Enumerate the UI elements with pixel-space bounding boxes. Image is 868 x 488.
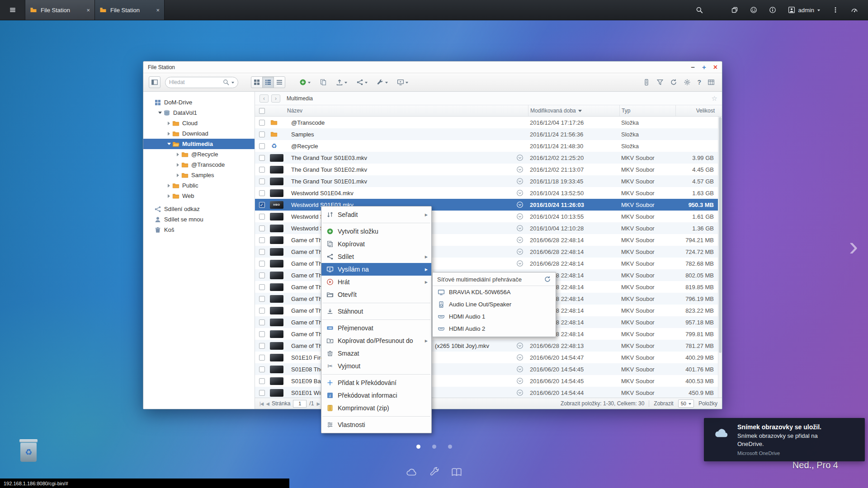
refresh-icon[interactable] xyxy=(670,79,677,86)
row-actions-icon[interactable] xyxy=(516,166,524,173)
row-checkbox[interactable] xyxy=(259,167,265,173)
tab-close-icon[interactable]: × xyxy=(86,7,90,13)
row-actions-icon[interactable] xyxy=(516,154,524,161)
column-header-type[interactable]: Typ xyxy=(619,105,675,116)
row-checkbox[interactable] xyxy=(259,378,265,384)
context-menu-item-kop-rovat[interactable]: Kopírovat xyxy=(321,238,431,250)
page-size-select[interactable]: 50 xyxy=(678,399,694,408)
row-checkbox[interactable] xyxy=(259,284,265,290)
row-actions-icon[interactable] xyxy=(516,236,524,244)
favorite-star-icon[interactable]: ☆ xyxy=(712,94,717,103)
row-checkbox[interactable] xyxy=(259,366,265,372)
row-checkbox[interactable] xyxy=(259,143,265,149)
expander-icon[interactable] xyxy=(175,174,181,177)
guide-icon[interactable] xyxy=(451,466,462,478)
cast-device-bravia-kdl-50w656a[interactable]: BRAVIA KDL-50W656A xyxy=(433,286,556,298)
table-row[interactable]: The Grand Tour S01E02.mkv2016/12/02 21:1… xyxy=(255,164,722,175)
next-desktop-arrow[interactable]: › xyxy=(849,233,858,260)
row-checkbox[interactable] xyxy=(259,237,265,243)
row-actions-icon[interactable] xyxy=(516,377,524,385)
refresh-icon[interactable] xyxy=(544,276,551,283)
context-menu-item-p-idat-k-p-ek-dov-n[interactable]: Přidat k Překódování xyxy=(321,376,431,389)
context-menu-item-hr-t[interactable]: Hrát▶ xyxy=(321,276,431,288)
row-checkbox[interactable] xyxy=(259,120,265,126)
settings-icon[interactable] xyxy=(684,79,691,86)
share-button[interactable] xyxy=(354,76,370,88)
cast-device-hdmi-audio-2[interactable]: HDMI Audio 2 xyxy=(433,323,556,335)
page-dot-1[interactable] xyxy=(416,445,420,449)
table-row[interactable]: @Transcode2016/12/04 17:17:26Složka xyxy=(255,117,722,128)
context-menu-item-vytvo-it-slo-ku[interactable]: Vytvořit složku xyxy=(321,225,431,238)
row-actions-icon[interactable] xyxy=(516,260,524,267)
row-checkbox[interactable]: ✓ xyxy=(259,202,265,208)
column-header-size[interactable]: Velikost xyxy=(675,105,722,116)
cast-device-hdmi-audio-1[interactable]: HDMI Audio 1 xyxy=(433,310,556,323)
help-icon[interactable]: ? xyxy=(697,79,701,86)
context-menu-item-se-adit[interactable]: Seřadit▶ xyxy=(321,208,431,221)
expander-icon[interactable] xyxy=(166,132,172,136)
minimize-button[interactable]: − xyxy=(691,64,695,70)
table-row[interactable]: ♻@Recycle2016/11/24 21:48:30Složka xyxy=(255,140,722,152)
row-checkbox[interactable] xyxy=(259,225,265,231)
row-checkbox[interactable] xyxy=(259,308,265,314)
expander-icon[interactable] xyxy=(166,184,172,188)
context-menu-item-st-hnout[interactable]: Stáhnout xyxy=(321,305,431,318)
context-menu-item-smazat[interactable]: Smazat xyxy=(321,347,431,360)
row-checkbox[interactable] xyxy=(259,331,265,337)
remote-control-icon[interactable] xyxy=(643,79,650,86)
context-menu-item-p-ejmenovat[interactable]: ABPřejmenovat xyxy=(321,322,431,334)
page-dot-2[interactable] xyxy=(432,445,436,449)
notifications-icon[interactable] xyxy=(750,6,757,14)
filter-icon[interactable] xyxy=(656,79,664,86)
table-row[interactable]: The Grand Tour S01E01.mkv2016/11/18 19:3… xyxy=(255,175,722,187)
next-page-button[interactable]: ▶ xyxy=(316,401,320,406)
toggle-sidebar-button[interactable] xyxy=(149,76,160,88)
tab-close-icon[interactable]: × xyxy=(156,7,160,13)
row-checkbox[interactable] xyxy=(259,343,265,349)
row-actions-icon[interactable] xyxy=(516,213,524,220)
row-actions-icon[interactable] xyxy=(516,225,524,232)
context-menu-item-otev-t[interactable]: Otevřít xyxy=(321,288,431,301)
table-row[interactable]: Westworld S01E04.mkv2016/10/24 13:52:50M… xyxy=(255,187,722,199)
thumbnail-view-button[interactable] xyxy=(251,76,263,88)
background-tasks-icon[interactable] xyxy=(731,6,738,14)
context-menu-item-vys-l-m-na[interactable]: Vysílám na▶ xyxy=(321,263,431,276)
sidebar-item-multimedia[interactable]: Multimedia xyxy=(143,139,255,149)
page-input[interactable] xyxy=(293,400,307,408)
row-actions-icon[interactable] xyxy=(516,354,524,361)
row-actions-icon[interactable] xyxy=(516,366,524,373)
column-header-name[interactable]: Název xyxy=(285,105,516,116)
back-button[interactable]: ‹ xyxy=(259,94,269,103)
select-all-checkbox[interactable] xyxy=(259,108,265,114)
scrollbar[interactable] xyxy=(718,117,722,398)
breadcrumb-path[interactable]: Multimedia xyxy=(287,95,313,102)
row-checkbox[interactable] xyxy=(259,190,265,196)
cast-button[interactable] xyxy=(395,76,410,88)
search-icon[interactable] xyxy=(222,79,230,86)
cast-device-audio-line-out-speaker[interactable]: Audio Line Out/Speaker xyxy=(433,298,556,310)
search-options-icon[interactable] xyxy=(231,82,234,85)
sidebar-item-web[interactable]: Web xyxy=(143,191,255,201)
row-checkbox[interactable] xyxy=(259,296,265,302)
myqnapcloud-icon[interactable] xyxy=(406,466,417,478)
row-checkbox[interactable] xyxy=(259,390,265,396)
expander-icon[interactable] xyxy=(166,141,172,147)
context-menu-item-komprimovat-zip[interactable]: Komprimovat (zip) xyxy=(321,402,431,414)
search-input[interactable] xyxy=(169,79,221,85)
expander-icon[interactable] xyxy=(175,163,181,167)
expander-icon[interactable] xyxy=(166,194,172,198)
row-checkbox[interactable] xyxy=(259,319,265,325)
search-icon[interactable] xyxy=(696,6,703,14)
table-row[interactable]: The Grand Tour S01E03.mkv2016/12/02 21:2… xyxy=(255,152,722,164)
tools-button[interactable] xyxy=(374,76,390,88)
page-dot-3[interactable] xyxy=(448,445,452,449)
row-checkbox[interactable] xyxy=(259,249,265,255)
scrollbar-thumb[interactable] xyxy=(719,117,722,353)
row-checkbox[interactable] xyxy=(259,155,265,161)
row-checkbox[interactable] xyxy=(259,214,265,220)
window-titlebar[interactable]: File Station − + × xyxy=(143,61,722,73)
first-page-button[interactable]: |◀ xyxy=(259,401,263,406)
sidebar-item-sd-let-se-mnou[interactable]: Sdílet se mnou xyxy=(143,214,255,225)
context-menu-item-vlastnosti[interactable]: Vlastnosti xyxy=(321,418,431,431)
row-checkbox[interactable] xyxy=(259,355,265,361)
